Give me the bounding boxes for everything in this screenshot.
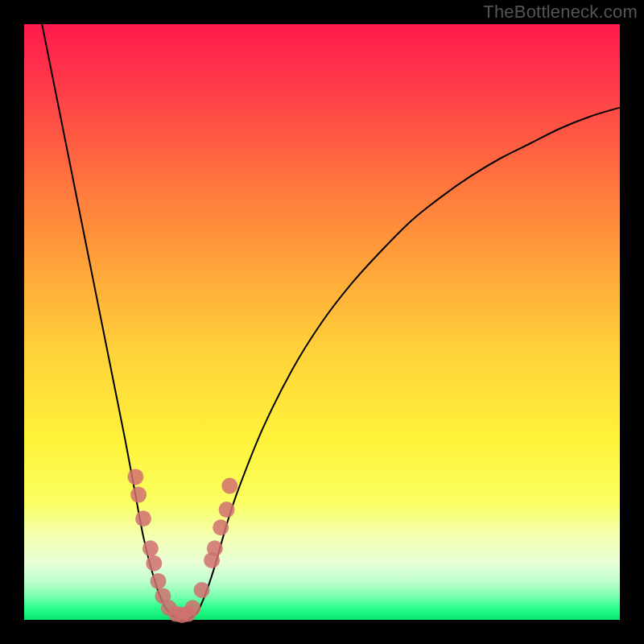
watermark-text: TheBottleneck.com	[483, 2, 638, 23]
scatter-point	[142, 540, 159, 556]
scatter-point	[151, 573, 167, 589]
scatter-point	[213, 519, 229, 535]
scatter-point	[184, 600, 200, 616]
chart-frame: TheBottleneck.com	[0, 0, 644, 644]
scatter-point	[130, 487, 147, 503]
scatter-point	[135, 510, 151, 526]
scatter-point	[146, 555, 162, 572]
bottleneck-chart	[0, 0, 644, 644]
scatter-point	[127, 469, 143, 485]
scatter-point	[219, 502, 235, 518]
scatter-point	[207, 540, 223, 556]
scatter-point	[221, 478, 237, 494]
scatter-point	[194, 582, 210, 598]
